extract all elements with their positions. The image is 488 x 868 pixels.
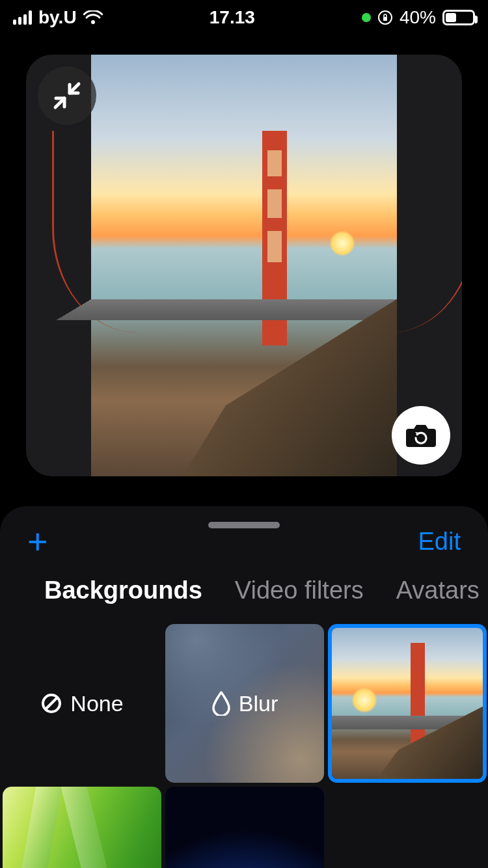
carrier-label: by.U bbox=[38, 7, 77, 28]
minimize-icon bbox=[52, 81, 82, 111]
camera-active-indicator-icon bbox=[362, 13, 371, 22]
battery-fill bbox=[446, 13, 456, 22]
flip-camera-button[interactable] bbox=[392, 406, 450, 465]
add-background-button[interactable]: + bbox=[27, 524, 48, 559]
cellular-signal-icon bbox=[13, 10, 32, 25]
tab-avatars[interactable]: Avatars bbox=[396, 576, 480, 604]
effects-sheet: + Edit Backgrounds Video filters Avatars… bbox=[0, 506, 488, 868]
orientation-lock-icon bbox=[377, 10, 393, 25]
background-thumbnail bbox=[332, 628, 483, 779]
background-option-none[interactable]: None bbox=[3, 624, 161, 783]
background-option-image[interactable] bbox=[165, 787, 324, 868]
backgrounds-grid: None Blur bbox=[0, 604, 488, 868]
background-option-image[interactable] bbox=[328, 624, 487, 783]
plus-icon: + bbox=[27, 522, 48, 561]
battery-percent-label: 40% bbox=[400, 7, 436, 28]
video-preview bbox=[26, 55, 462, 476]
minimize-button[interactable] bbox=[38, 66, 96, 125]
effects-tabs: Backgrounds Video filters Avatars bbox=[0, 576, 488, 604]
background-option-label: Blur bbox=[239, 691, 278, 716]
flip-camera-icon bbox=[405, 421, 437, 450]
clock-label: 17.13 bbox=[103, 7, 362, 28]
battery-icon bbox=[442, 10, 475, 25]
svg-line-3 bbox=[46, 698, 57, 709]
svg-rect-1 bbox=[383, 17, 387, 21]
tab-video-filters[interactable]: Video filters bbox=[235, 576, 364, 604]
wifi-icon bbox=[83, 10, 103, 25]
background-option-label: None bbox=[70, 691, 123, 716]
status-bar: by.U 17.13 40% bbox=[0, 0, 488, 35]
background-option-blur[interactable]: Blur bbox=[165, 624, 324, 783]
blur-icon bbox=[211, 691, 231, 716]
none-icon bbox=[40, 692, 62, 714]
background-option-image[interactable] bbox=[3, 787, 161, 868]
tab-backgrounds[interactable]: Backgrounds bbox=[44, 576, 202, 604]
preview-background-image bbox=[91, 55, 397, 476]
edit-button[interactable]: Edit bbox=[418, 528, 461, 556]
